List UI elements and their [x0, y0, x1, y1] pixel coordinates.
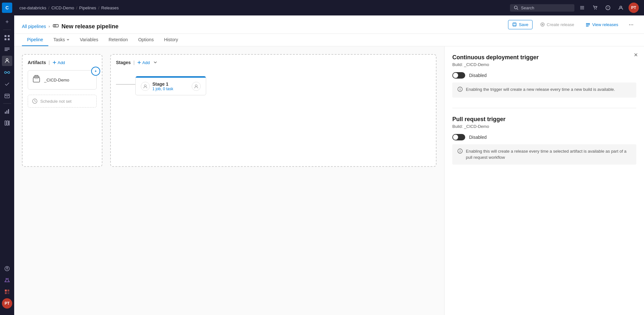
sidebar-item-library[interactable]: [2, 118, 12, 128]
cd-toggle-row: Disabled: [452, 72, 636, 79]
svg-text:?: ?: [607, 6, 609, 10]
schedule-card[interactable]: Schedule not set: [28, 95, 97, 108]
sidebar-item-reports[interactable]: [2, 106, 12, 117]
stage-approver-right-icon[interactable]: [192, 82, 201, 91]
breadcrumb-project[interactable]: CICD-Demo: [51, 5, 74, 10]
svg-rect-22: [5, 290, 7, 291]
continuous-deployment-section: Continuous deployment trigger Build: _CI…: [452, 54, 636, 98]
user-avatar[interactable]: PT: [2, 298, 12, 309]
sidebar-item-testplans[interactable]: [2, 79, 12, 89]
add-stage-button[interactable]: Add: [137, 60, 150, 65]
info-icon: [457, 87, 463, 94]
sidebar-add-icon[interactable]: +: [2, 17, 12, 27]
artifact-card[interactable]: _CICD-Demo: [28, 70, 97, 90]
svg-rect-19: [9, 121, 9, 125]
svg-rect-29: [580, 7, 584, 8]
topbar-avatar[interactable]: PT: [629, 3, 639, 13]
sidebar-item-boards[interactable]: [2, 44, 12, 54]
sidebar-item-flask[interactable]: [2, 275, 12, 285]
sidebar-item-extension[interactable]: [2, 287, 12, 297]
sidebar-item-repos[interactable]: [2, 56, 12, 66]
svg-point-66: [460, 150, 460, 150]
close-panel-button[interactable]: ✕: [631, 50, 640, 59]
list-view-icon[interactable]: [577, 3, 587, 13]
create-release-button[interactable]: Create release: [536, 20, 578, 29]
svg-rect-5: [5, 49, 10, 50]
schedule-label: Schedule not set: [40, 99, 72, 104]
app-logo[interactable]: C: [2, 3, 12, 13]
svg-line-56: [35, 101, 36, 102]
pipeline-main: Artifacts | Add: [14, 46, 444, 315]
svg-rect-53: [35, 75, 38, 76]
pipeline-header-left: All pipelines › New release pipeline: [22, 23, 119, 31]
svg-point-63: [460, 88, 460, 89]
more-options-button[interactable]: ···: [626, 19, 636, 30]
svg-rect-45: [586, 23, 590, 24]
artifact-type-icon: [32, 74, 41, 85]
artifacts-box: Artifacts | Add: [22, 54, 102, 167]
sidebar-item-overview[interactable]: [2, 33, 12, 43]
svg-rect-18: [7, 121, 8, 125]
save-button[interactable]: Save: [508, 20, 533, 29]
all-pipelines-link[interactable]: All pipelines: [22, 24, 46, 29]
svg-point-7: [6, 59, 8, 61]
svg-rect-12: [5, 94, 9, 95]
topbar: cse-databricks / CICD-Demo / Pipelines /…: [14, 0, 644, 15]
sidebar-item-artifacts[interactable]: [2, 91, 12, 101]
svg-rect-14: [5, 112, 6, 114]
stage-name: Stage 1: [152, 81, 189, 87]
pr-info-text: Enabling this will create a release ever…: [466, 148, 631, 161]
artifact-name: _CICD-Demo: [44, 78, 69, 82]
tab-options[interactable]: Options: [133, 34, 159, 46]
tab-variables[interactable]: Variables: [75, 34, 103, 46]
pr-info-icon: [457, 148, 463, 161]
pr-info-box: Enabling this will create a release ever…: [452, 144, 636, 165]
sidebar-item-pipelines[interactable]: [2, 67, 12, 78]
breadcrumb-org[interactable]: cse-databricks: [19, 5, 46, 10]
right-panel: ✕ Continuous deployment trigger Build: _…: [444, 46, 644, 315]
help-icon[interactable]: ?: [603, 3, 613, 13]
stage-meta: 1 job, 0 task: [152, 87, 189, 91]
stage-card[interactable]: Stage 1 1 job, 0 task: [135, 76, 206, 95]
section-divider: [452, 108, 636, 108]
pull-request-section: Pull request trigger Build: _CICD-Demo D…: [452, 116, 636, 165]
svg-rect-46: [586, 24, 590, 25]
search-box[interactable]: Search: [510, 4, 574, 12]
cd-trigger-toggle[interactable]: [452, 72, 465, 79]
sidebar-item-deploy[interactable]: [2, 263, 12, 274]
toggle-knob: [453, 73, 458, 78]
svg-rect-28: [580, 6, 584, 7]
view-releases-button[interactable]: View releases: [582, 20, 622, 29]
sidebar-divider-2: [3, 103, 11, 104]
pr-trigger-toggle[interactable]: [452, 134, 465, 140]
shopping-icon[interactable]: [590, 3, 600, 13]
tab-retention[interactable]: Retention: [103, 34, 133, 46]
tab-history[interactable]: History: [159, 34, 183, 46]
add-artifact-button[interactable]: Add: [53, 60, 65, 65]
cd-toggle-label: Disabled: [469, 73, 486, 78]
trigger-badge: [91, 67, 100, 76]
svg-rect-41: [513, 25, 516, 26]
sidebar-bottom: PT: [2, 263, 12, 312]
cd-info-text: Enabling the trigger will create a new r…: [466, 86, 615, 94]
pipeline-header: All pipelines › New release pipeline Sav…: [14, 15, 644, 34]
pr-toggle-label: Disabled: [469, 135, 486, 140]
pipeline-type-icon: [53, 23, 59, 31]
sidebar: C + PT: [0, 0, 14, 315]
search-placeholder: Search: [521, 5, 534, 10]
svg-rect-47: [586, 26, 589, 26]
svg-rect-25: [7, 292, 9, 294]
breadcrumb-pipelines[interactable]: Pipelines: [79, 5, 96, 10]
svg-rect-23: [7, 290, 9, 291]
user-icon[interactable]: [616, 3, 626, 13]
tab-pipeline[interactable]: Pipeline: [22, 34, 48, 46]
svg-line-27: [517, 9, 518, 10]
artifacts-header: Artifacts | Add: [28, 60, 97, 65]
svg-rect-2: [5, 38, 6, 40]
pipeline-canvas: Artifacts | Add: [14, 46, 644, 315]
stages-header: Stages | Add: [116, 60, 431, 65]
stage-approver-left-icon[interactable]: [141, 82, 150, 91]
stage-meta-link[interactable]: 1 job, 0 task: [152, 87, 173, 91]
breadcrumb-releases[interactable]: Releases: [101, 5, 119, 10]
tab-tasks[interactable]: Tasks: [48, 34, 75, 46]
